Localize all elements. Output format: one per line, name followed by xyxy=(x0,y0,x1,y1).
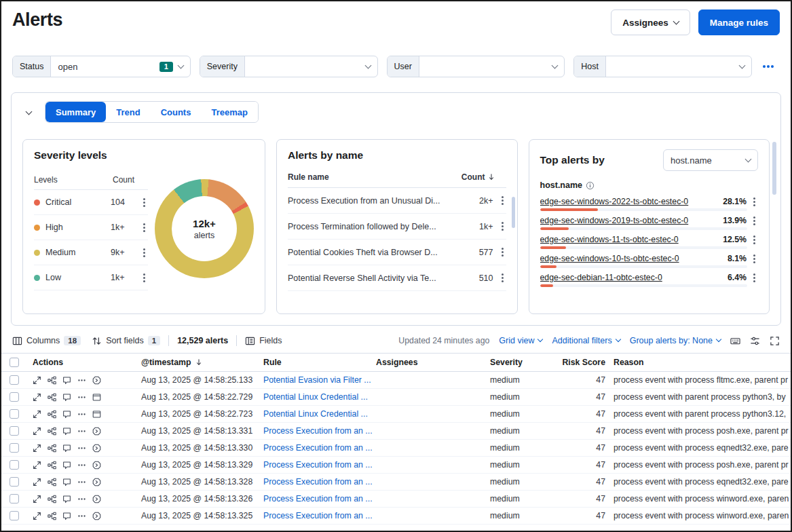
session-view-icon[interactable] xyxy=(92,478,101,487)
sort-fields-button[interactable]: Sort fields 1 xyxy=(92,336,160,346)
panel-scrollbar[interactable] xyxy=(512,197,515,228)
select-all-checkbox[interactable] xyxy=(10,358,19,367)
fullscreen-icon[interactable] xyxy=(770,336,780,346)
kebab-menu-icon[interactable] xyxy=(753,239,755,241)
risk-score-column-header[interactable]: Risk Score xyxy=(562,358,605,367)
expand-alert-icon[interactable] xyxy=(33,410,41,419)
assignees-button[interactable]: Assignees xyxy=(611,10,690,35)
host-name-link[interactable]: edge-sec-windows-10-ts-obtc-estec-0 xyxy=(540,254,722,263)
analyze-event-icon[interactable] xyxy=(48,478,56,487)
session-view-icon[interactable] xyxy=(92,512,101,520)
additional-filters-dropdown[interactable]: Additional filters xyxy=(552,336,620,345)
analyze-event-icon[interactable] xyxy=(48,410,56,419)
row-checkbox[interactable] xyxy=(10,460,19,470)
severity-column-header[interactable]: Severity xyxy=(489,358,562,367)
analyze-event-icon[interactable] xyxy=(48,376,56,385)
session-view-icon[interactable] xyxy=(92,461,101,470)
row-checkbox[interactable] xyxy=(10,443,19,453)
kebab-menu-icon[interactable] xyxy=(502,277,504,279)
kebab-menu-icon[interactable] xyxy=(753,277,755,279)
info-icon[interactable] xyxy=(586,181,595,190)
session-view-icon[interactable] xyxy=(92,376,101,385)
session-view-icon[interactable] xyxy=(92,495,101,504)
rule-link[interactable]: Process Execution from an ... xyxy=(263,477,373,487)
row-checkbox[interactable] xyxy=(10,375,19,385)
host-name-link[interactable]: edge-sec-windows-2019-ts-obtc-estec-0 xyxy=(540,216,718,225)
session-view-icon[interactable] xyxy=(92,427,101,436)
collapse-charts-button[interactable] xyxy=(22,102,35,123)
analyze-event-icon[interactable] xyxy=(48,444,56,453)
more-actions-icon[interactable] xyxy=(77,376,86,385)
kebab-menu-icon[interactable] xyxy=(143,202,145,204)
more-actions-icon[interactable] xyxy=(77,461,86,470)
kebab-menu-icon[interactable] xyxy=(753,220,755,222)
more-actions-icon[interactable] xyxy=(77,393,86,402)
fields-button[interactable]: Fields xyxy=(245,336,282,346)
kebab-menu-icon[interactable] xyxy=(753,258,755,260)
analyze-event-icon[interactable] xyxy=(48,393,56,402)
add-note-icon[interactable] xyxy=(62,376,71,385)
rule-link[interactable]: Potential Linux Credential ... xyxy=(263,409,368,419)
analyze-event-icon[interactable] xyxy=(48,512,56,520)
kebab-menu-icon[interactable] xyxy=(753,201,755,203)
analyze-event-icon[interactable] xyxy=(48,427,56,436)
more-actions-icon[interactable] xyxy=(77,410,86,419)
session-view-icon[interactable] xyxy=(92,410,101,419)
host-name-link[interactable]: edge-sec-debian-11-obtc-estec-0 xyxy=(540,273,722,282)
rule-column-header[interactable]: Rule xyxy=(261,358,373,367)
tab-trend[interactable]: Trend xyxy=(106,102,150,122)
rule-link[interactable]: Potential Evasion via Filter ... xyxy=(263,375,371,385)
add-note-icon[interactable] xyxy=(62,512,71,520)
kebab-menu-icon[interactable] xyxy=(143,277,145,279)
severity-filter[interactable]: Severity xyxy=(200,56,378,77)
analyze-event-icon[interactable] xyxy=(48,495,56,504)
more-filters-icon[interactable] xyxy=(761,59,776,74)
kebab-menu-icon[interactable] xyxy=(143,227,145,229)
more-actions-icon[interactable] xyxy=(77,444,86,453)
add-note-icon[interactable] xyxy=(62,410,71,419)
add-note-icon[interactable] xyxy=(62,461,71,470)
timestamp-column-header[interactable]: @timestamp xyxy=(138,358,261,367)
keyboard-shortcuts-icon[interactable] xyxy=(730,336,740,346)
expand-alert-icon[interactable] xyxy=(33,461,41,470)
tab-counts[interactable]: Counts xyxy=(151,102,202,122)
expand-alert-icon[interactable] xyxy=(33,495,41,504)
row-checkbox[interactable] xyxy=(10,477,19,487)
row-checkbox[interactable] xyxy=(10,392,19,402)
host-filter[interactable]: Host xyxy=(573,56,752,77)
host-name-link[interactable]: edge-sec-windows-2022-ts-obtc-estec-0 xyxy=(540,197,718,206)
count-column-header[interactable]: Count xyxy=(461,172,495,182)
manage-rules-button[interactable]: Manage rules xyxy=(698,10,780,35)
top-alerts-field-select[interactable]: host.name xyxy=(663,149,758,171)
row-checkbox[interactable] xyxy=(10,426,19,436)
analyze-event-icon[interactable] xyxy=(48,461,56,470)
expand-alert-icon[interactable] xyxy=(33,376,41,385)
rule-link[interactable]: Potential Linux Credential ... xyxy=(263,392,368,402)
rule-link[interactable]: Process Execution from an ... xyxy=(263,511,373,520)
assignees-column-header[interactable]: Assignees xyxy=(373,358,489,367)
status-filter[interactable]: Status open 1 xyxy=(12,56,191,77)
user-filter[interactable]: User xyxy=(387,56,565,77)
tab-treemap[interactable]: Treemap xyxy=(201,102,257,122)
expand-alert-icon[interactable] xyxy=(33,478,41,487)
rule-link[interactable]: Process Execution from an ... xyxy=(263,460,373,470)
add-note-icon[interactable] xyxy=(62,478,71,487)
more-actions-icon[interactable] xyxy=(77,478,86,487)
row-checkbox[interactable] xyxy=(10,494,19,504)
expand-alert-icon[interactable] xyxy=(33,512,41,520)
add-note-icon[interactable] xyxy=(62,444,71,453)
columns-button[interactable]: Columns 18 xyxy=(12,336,81,346)
more-actions-icon[interactable] xyxy=(77,512,86,520)
expand-alert-icon[interactable] xyxy=(33,444,41,453)
rule-link[interactable]: Process Execution from an ... xyxy=(263,443,373,453)
more-actions-icon[interactable] xyxy=(77,427,86,436)
rule-link[interactable]: Process Execution from an ... xyxy=(263,426,373,436)
row-checkbox[interactable] xyxy=(10,511,19,520)
grid-view-dropdown[interactable]: Grid view xyxy=(499,336,542,345)
charts-scrollbar[interactable] xyxy=(772,142,776,195)
add-note-icon[interactable] xyxy=(62,393,71,402)
reason-column-header[interactable]: Reason xyxy=(605,358,791,367)
row-checkbox[interactable] xyxy=(10,409,19,419)
add-note-icon[interactable] xyxy=(62,495,71,504)
group-alerts-by-dropdown[interactable]: Group alerts by: None xyxy=(630,336,721,345)
